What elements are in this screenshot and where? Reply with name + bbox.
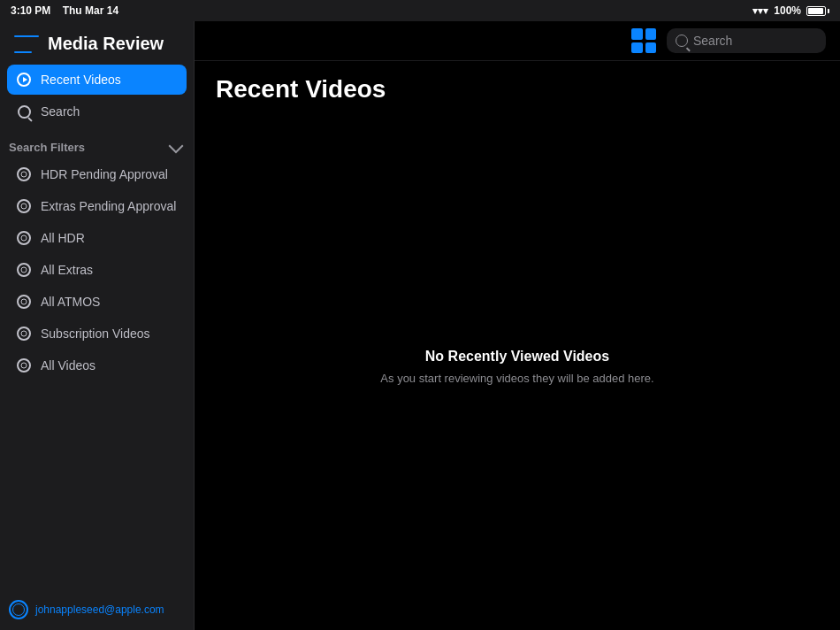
nav-label-search: Search bbox=[41, 104, 80, 119]
main-header: Search bbox=[195, 21, 840, 61]
main-content: Search Recent Videos No Recently Viewed … bbox=[195, 21, 840, 630]
filter-label-hdr-pending: HDR Pending Approval bbox=[41, 167, 168, 181]
gear-icon bbox=[16, 262, 32, 278]
filter-items-list: HDR Pending Approval Extras Pending Appr… bbox=[0, 159, 194, 382]
wifi-icon: ▾▾▾ bbox=[752, 5, 768, 17]
empty-state-title: No Recently Viewed Videos bbox=[425, 349, 609, 365]
avatar bbox=[9, 600, 28, 619]
sidebar-toggle-button[interactable] bbox=[14, 35, 39, 53]
sidebar-header: Media Review bbox=[0, 21, 194, 61]
battery-percent: 100% bbox=[774, 4, 801, 17]
play-circle-icon bbox=[16, 72, 32, 88]
search-bar-icon bbox=[676, 35, 688, 47]
sidebar-item-all-hdr[interactable]: All HDR bbox=[7, 223, 187, 253]
user-email: johnappleseed@apple.com bbox=[35, 603, 164, 616]
search-filters-header[interactable]: Search Filters bbox=[0, 132, 194, 159]
status-bar: 3:10 PM Thu Mar 14 ▾▾▾ 100% bbox=[0, 0, 840, 21]
status-indicators: ▾▾▾ 100% bbox=[752, 4, 829, 17]
gear-icon bbox=[16, 166, 32, 182]
sidebar-item-recent-videos[interactable]: Recent Videos bbox=[7, 65, 187, 95]
filter-label-extras-pending: Extras Pending Approval bbox=[41, 199, 176, 213]
sidebar-item-all-atmos[interactable]: All ATMOS bbox=[7, 287, 187, 317]
sidebar-item-hdr-pending[interactable]: HDR Pending Approval bbox=[7, 159, 187, 189]
filter-label-all-videos: All Videos bbox=[41, 358, 95, 373]
filter-label-all-hdr: All HDR bbox=[41, 231, 85, 245]
sidebar-nav: Recent Videos Search bbox=[0, 61, 194, 132]
gear-icon bbox=[16, 326, 32, 342]
empty-state: No Recently Viewed Videos As you start r… bbox=[195, 104, 840, 630]
gear-icon bbox=[16, 294, 32, 310]
search-bar-placeholder: Search bbox=[693, 34, 732, 48]
chevron-down-icon bbox=[169, 139, 184, 154]
search-bar[interactable]: Search bbox=[667, 28, 826, 53]
sidebar-item-subscription-videos[interactable]: Subscription Videos bbox=[7, 319, 187, 349]
sidebar: Media Review Recent Videos Search Search… bbox=[0, 21, 195, 630]
grid-view-button[interactable] bbox=[631, 28, 656, 53]
empty-state-subtitle: As you start reviewing videos they will … bbox=[380, 372, 653, 385]
battery-icon bbox=[806, 6, 829, 16]
gear-icon bbox=[16, 357, 32, 373]
nav-label-recent-videos: Recent Videos bbox=[41, 73, 121, 87]
search-filters-title: Search Filters bbox=[9, 141, 85, 154]
sidebar-footer[interactable]: johnappleseed@apple.com bbox=[0, 589, 194, 630]
page-title: Recent Videos bbox=[195, 61, 840, 104]
sidebar-item-extras-pending[interactable]: Extras Pending Approval bbox=[7, 191, 187, 221]
filter-label-subscription-videos: Subscription Videos bbox=[41, 327, 149, 341]
search-icon bbox=[16, 104, 32, 119]
gear-icon bbox=[16, 198, 32, 214]
gear-icon bbox=[16, 230, 32, 246]
sidebar-item-all-videos[interactable]: All Videos bbox=[7, 350, 187, 380]
sidebar-item-all-extras[interactable]: All Extras bbox=[7, 255, 187, 285]
status-time-date: 3:10 PM Thu Mar 14 bbox=[11, 4, 118, 17]
filter-label-all-extras: All Extras bbox=[41, 263, 93, 277]
sidebar-item-search[interactable]: Search bbox=[7, 96, 187, 127]
status-date: Thu Mar 14 bbox=[63, 4, 118, 17]
filter-label-all-atmos: All ATMOS bbox=[41, 295, 100, 309]
status-time: 3:10 PM bbox=[11, 4, 50, 17]
app-title: Media Review bbox=[48, 34, 164, 54]
